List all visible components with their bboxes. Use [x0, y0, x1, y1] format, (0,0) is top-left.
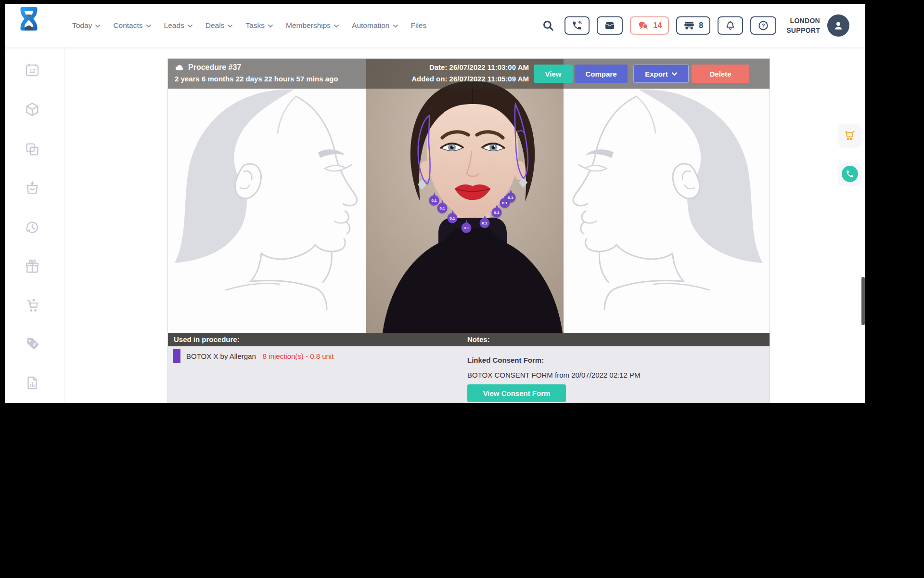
store-icon [683, 20, 695, 31]
chat-button[interactable]: 14 [630, 16, 669, 35]
chevron-down-icon [672, 72, 677, 76]
chevron-down-icon [268, 25, 273, 27]
sidebar-reports-icon[interactable] [23, 374, 41, 392]
menu-contacts[interactable]: Contacts [113, 21, 151, 30]
injection-marker[interactable]: 0.1 [437, 203, 448, 213]
phone-icon [846, 170, 854, 178]
menu-contacts-label: Contacts [113, 21, 142, 30]
sidebar-gift-icon[interactable] [23, 257, 41, 276]
svg-text:?: ? [762, 23, 765, 28]
search-icon[interactable] [541, 18, 555, 33]
consent-form-label: Linked Consent Form: [467, 356, 544, 364]
product-usage: 8 injection(s) - 0.8 unit [263, 352, 334, 360]
chat-bubbles-icon [637, 20, 650, 31]
user-icon [832, 19, 845, 32]
cart-icon [844, 129, 856, 142]
menu-memberships[interactable]: Memberships [286, 21, 339, 30]
injection-marker-layer: 0.10.10.10.10.10.10.10.1 [366, 59, 564, 333]
details-header-bar: Used in procedure: Notes: [168, 333, 770, 346]
svg-text:12: 12 [29, 68, 35, 74]
face-profile-left-icon [168, 59, 366, 333]
injection-marker[interactable]: 0.1 [492, 208, 502, 218]
screen: Today Contacts Leads Deals Tasks Members… [0, 0, 924, 578]
injection-marker[interactable]: 0.1 [462, 223, 472, 233]
injection-marker[interactable]: 0.1 [429, 196, 439, 206]
consent-form-value: BOTOX CONSENT FORM from 20/07/2022 02:12… [467, 371, 641, 379]
injection-marker[interactable]: 0.1 [480, 218, 490, 228]
menu-deals[interactable]: Deals [205, 21, 233, 30]
sidebar-cart-icon[interactable] [23, 297, 41, 315]
cloud-icon [175, 64, 184, 71]
inbox-icon [604, 20, 616, 31]
menu-deals-label: Deals [205, 21, 225, 30]
face-profile-right-icon [564, 59, 770, 333]
view-consent-form-button[interactable]: View Consent Form [467, 384, 566, 402]
sidebar-duplicate-icon[interactable] [23, 140, 41, 158]
export-button[interactable]: Export [633, 65, 689, 83]
menu-today[interactable]: Today [72, 21, 100, 30]
procedure-date: Date: 26/07/2022 11:03:00 AM [411, 61, 529, 74]
notifications-button[interactable] [718, 16, 743, 35]
injection-marker[interactable]: 0.1 [506, 193, 516, 203]
export-label: Export [645, 70, 668, 78]
product-row[interactable]: BOTOX X by Allergan 8 injection(s) - 0.8… [173, 349, 334, 363]
sidebar-price-tag-icon[interactable]: S [23, 335, 41, 354]
product-color-swatch [173, 349, 180, 363]
procedure-added: Added on: 26/07/2022 11:05:09 AM [411, 75, 529, 83]
call-circle [842, 166, 858, 182]
account-line2: SUPPORT [786, 26, 820, 35]
procedure-image-band: 0.10.10.10.10.10.10.10.1 [168, 59, 770, 333]
phone-button[interactable] [565, 16, 590, 35]
menu-tasks-label: Tasks [245, 21, 265, 30]
main-menu: Today Contacts Leads Deals Tasks Members… [72, 4, 426, 47]
chevron-down-icon [334, 25, 339, 27]
menu-leads[interactable]: Leads [164, 21, 192, 30]
account-name[interactable]: LONDON SUPPORT [786, 16, 820, 36]
sidebar-products-icon[interactable] [23, 100, 41, 118]
store-count-badge: 8 [699, 21, 703, 30]
sidebar-orders-bag-icon[interactable] [23, 179, 41, 197]
help-button[interactable]: ? [750, 16, 776, 35]
avatar[interactable] [827, 14, 849, 37]
quick-call-button[interactable] [839, 163, 861, 185]
procedure-header-left: Procedure #37 2 years 6 months 22 days 2… [175, 61, 338, 83]
chevron-down-icon [228, 25, 232, 27]
inbox-button[interactable] [597, 16, 623, 35]
sidebar-history-icon[interactable] [23, 218, 41, 236]
menu-memberships-label: Memberships [286, 21, 331, 30]
hourglass-logo[interactable] [15, 6, 42, 39]
compare-button[interactable]: Compare [575, 65, 628, 83]
procedure-photo[interactable]: 0.10.10.10.10.10.10.10.1 [366, 59, 564, 333]
chevron-down-icon [393, 25, 398, 27]
navbar-actions: 14 8 ? LONDON SUPPORT [541, 4, 849, 47]
injection-marker[interactable]: 0.1 [448, 213, 458, 223]
notes-header: Notes: [467, 333, 490, 346]
procedure-title: Procedure #37 [188, 63, 241, 72]
menu-files-label: Files [411, 21, 427, 30]
procedure-card: 0.10.10.10.10.10.10.10.1 [167, 58, 770, 403]
right-profile-drawing [564, 59, 770, 333]
chat-count-badge: 14 [654, 21, 662, 30]
menu-leads-label: Leads [164, 21, 184, 30]
sidebar-calendar-icon[interactable]: 12 [23, 61, 41, 79]
bell-icon [725, 20, 736, 31]
delete-button[interactable]: Delete [692, 65, 749, 83]
app-window: Today Contacts Leads Deals Tasks Members… [5, 4, 865, 403]
store-button[interactable]: 8 [676, 16, 710, 35]
phone-icon [572, 20, 582, 31]
hourglass-logo-icon [15, 6, 42, 39]
menu-automation-label: Automation [352, 21, 389, 30]
used-in-procedure-header: Used in procedure: [174, 333, 240, 346]
left-sidebar: 12 S [5, 47, 65, 403]
view-button[interactable]: View [534, 65, 573, 83]
quick-cart-button[interactable] [839, 124, 861, 146]
question-icon: ? [757, 20, 769, 31]
menu-automation[interactable]: Automation [352, 21, 398, 30]
vertical-scrollbar[interactable] [861, 277, 865, 325]
top-navbar: Today Contacts Leads Deals Tasks Members… [5, 4, 865, 47]
menu-tasks[interactable]: Tasks [245, 21, 273, 30]
product-name: BOTOX X by Allergan [186, 352, 256, 360]
procedure-details: Used in procedure: Notes: BOTOX X by All… [168, 333, 770, 403]
left-profile-drawing [168, 59, 366, 333]
menu-files[interactable]: Files [411, 21, 427, 30]
